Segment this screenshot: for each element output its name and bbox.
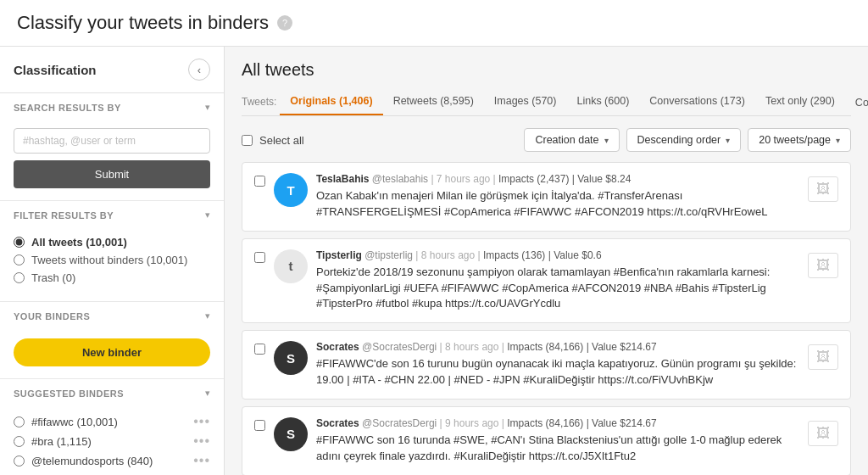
tweet-username: @teslabahis bbox=[372, 173, 428, 185]
tweet-checkbox[interactable] bbox=[254, 176, 265, 187]
suggested-item-menu-icon[interactable]: ••• bbox=[193, 453, 210, 468]
tweet-impacts: Impacts (84,166) bbox=[507, 417, 583, 429]
suggested-item-radio[interactable] bbox=[14, 455, 25, 467]
tweet-avatar: S bbox=[274, 417, 308, 451]
select-all-checkbox[interactable] bbox=[242, 135, 253, 146]
sidebar-collapse-button[interactable]: ‹ bbox=[188, 59, 210, 81]
order-dropdown[interactable]: Descending order ▾ bbox=[626, 128, 742, 152]
tweet-username: @tipsterlig bbox=[364, 249, 413, 261]
suggested-item-radio[interactable] bbox=[14, 416, 25, 428]
suggested-section: SUGGESTED BINDERS ▾ #fifawwc (10,001) ••… bbox=[0, 379, 224, 475]
binders-section-label: YOUR BINDERS bbox=[14, 311, 90, 321]
tweet-avatar: t bbox=[274, 249, 308, 283]
page-title: Classify your tweets in binders bbox=[17, 12, 269, 34]
tweet-impacts: Impacts (136) bbox=[483, 249, 545, 261]
filter-all-tweets: All tweets (10,001) bbox=[14, 236, 210, 249]
tweet-handle: Socrates bbox=[316, 417, 359, 429]
filter-all-tweets-radio[interactable] bbox=[14, 237, 25, 248]
tabs-container: Originals (1,406)Retweets (8,595)Images … bbox=[280, 88, 845, 115]
tweet-body: Socrates @SocratesDergi | 9 hours ago | … bbox=[316, 417, 799, 465]
tweet-value: | Value $214.67 bbox=[587, 341, 657, 353]
search-input[interactable] bbox=[14, 128, 210, 154]
suggested-item-label: #bra (1,115) bbox=[31, 435, 92, 448]
search-section-body: Submit bbox=[0, 121, 224, 200]
filter-trash-radio[interactable] bbox=[14, 272, 25, 283]
suggested-item-left: #bra (1,115) bbox=[14, 435, 92, 448]
search-chevron-icon: ▾ bbox=[205, 102, 210, 113]
tweet-checkbox[interactable] bbox=[254, 252, 265, 263]
help-icon[interactable]: ? bbox=[277, 15, 292, 31]
tweet-meta: Socrates @SocratesDergi | 8 hours ago | … bbox=[316, 341, 799, 353]
tweet-text: Portekiz'de 2018/19 sezonunu şampiyon ol… bbox=[316, 265, 799, 313]
suggested-item: #bra (1,115) ••• bbox=[14, 433, 210, 449]
binders-section-body: New binder bbox=[0, 330, 224, 378]
tweet-card: S Socrates @SocratesDergi | 9 hours ago … bbox=[242, 406, 851, 475]
filter-trash: Trash (0) bbox=[14, 271, 210, 284]
main-content: All tweets Tweets: Originals (1,406)Retw… bbox=[225, 47, 868, 475]
tweet-time: | 8 hours ago | bbox=[415, 249, 483, 261]
tweets-prefix: Tweets: bbox=[242, 96, 276, 108]
tweet-text: #FIFAWWC'de son 16 turunu bugün oynanaca… bbox=[316, 356, 799, 388]
suggested-item-radio[interactable] bbox=[14, 436, 25, 447]
tweet-time: | 8 hours ago | bbox=[440, 341, 508, 353]
tweet-meta: Socrates @SocratesDergi | 9 hours ago | … bbox=[316, 417, 799, 429]
suggested-section-header[interactable]: SUGGESTED BINDERS ▾ bbox=[0, 379, 224, 407]
filter-all-tweets-label: All tweets (10,001) bbox=[31, 236, 127, 249]
tweet-value: | Value $8.24 bbox=[572, 173, 632, 185]
tab-links[interactable]: Links (600) bbox=[566, 88, 639, 115]
tweet-handle: Tipsterlig bbox=[316, 249, 362, 261]
filter-trash-label: Trash (0) bbox=[31, 271, 75, 284]
tweet-value: | Value $214.67 bbox=[587, 417, 657, 429]
suggested-item: @telemundosports (840) ••• bbox=[14, 453, 210, 468]
binders-chevron-icon: ▾ bbox=[205, 310, 210, 321]
tab-images[interactable]: Images (570) bbox=[484, 88, 567, 115]
toolbar-right: Creation date ▾ Descending order ▾ 20 tw… bbox=[524, 128, 851, 152]
tweet-list: T TeslaBahis @teslabahis | 7 hours ago |… bbox=[242, 162, 851, 475]
tabs-row: Tweets: Originals (1,406)Retweets (8,595… bbox=[242, 88, 851, 116]
tweet-handle: Socrates bbox=[316, 341, 359, 353]
tweet-username: @SocratesDergi bbox=[362, 417, 437, 429]
creation-date-dropdown[interactable]: Creation date ▾ bbox=[524, 128, 619, 152]
main-inner: All tweets Tweets: Originals (1,406)Retw… bbox=[225, 47, 868, 475]
new-binder-button[interactable]: New binder bbox=[14, 338, 210, 366]
search-section-header[interactable]: SEARCH RESULTS BY ▾ bbox=[0, 93, 224, 121]
tab-retweets[interactable]: Retweets (8,595) bbox=[383, 88, 484, 115]
tweet-meta: Tipsterlig @tipsterlig | 8 hours ago | I… bbox=[316, 249, 799, 261]
search-section: SEARCH RESULTS BY ▾ Submit bbox=[0, 93, 224, 201]
binders-section-header[interactable]: YOUR BINDERS ▾ bbox=[0, 302, 224, 330]
tweet-checkbox[interactable] bbox=[254, 420, 265, 431]
binders-section: YOUR BINDERS ▾ New binder bbox=[0, 302, 224, 379]
submit-button[interactable]: Submit bbox=[14, 160, 210, 188]
suggested-item-menu-icon[interactable]: ••• bbox=[193, 433, 210, 449]
tab-conversations[interactable]: Conversations (173) bbox=[639, 88, 755, 115]
tweet-impacts: Impacts (84,166) bbox=[507, 341, 583, 353]
tweet-text: #FIFAWWC son 16 turunda #SWE, #CAN'ı Sti… bbox=[316, 433, 799, 465]
filter-section: FILTER RESULTS BY ▾ All tweets (10,001) … bbox=[0, 201, 224, 302]
suggested-item-menu-icon[interactable]: ••• bbox=[193, 414, 210, 429]
filter-without-binders-radio[interactable] bbox=[14, 254, 25, 265]
per-page-dropdown[interactable]: 20 tweets/page ▾ bbox=[748, 128, 851, 152]
suggested-section-label: SUGGESTED BINDERS bbox=[14, 388, 124, 399]
tweet-image-icon: 🖼 bbox=[808, 253, 838, 278]
tweet-card: T TeslaBahis @teslabahis | 7 hours ago |… bbox=[242, 162, 851, 232]
contributors-tab[interactable]: Contributors (8,359) bbox=[845, 90, 868, 117]
tweet-image-icon: 🖼 bbox=[808, 421, 838, 446]
tweet-checkbox[interactable] bbox=[254, 344, 265, 355]
tweet-image-icon: 🖼 bbox=[808, 176, 838, 202]
select-all-label[interactable]: Select all bbox=[259, 134, 304, 147]
tab-originals[interactable]: Originals (1,406) bbox=[280, 88, 382, 115]
creation-date-label: Creation date bbox=[535, 134, 598, 146]
tweet-body: TeslaBahis @teslabahis | 7 hours ago | I… bbox=[316, 173, 799, 221]
tweet-avatar: T bbox=[274, 173, 308, 207]
tab-text[interactable]: Text only (290) bbox=[755, 88, 845, 115]
suggested-item-left: @telemundosports (840) bbox=[14, 455, 153, 467]
main-layout: Classification ‹ SEARCH RESULTS BY ▾ Sub… bbox=[0, 47, 868, 475]
suggested-item-left: #fifawwc (10,001) bbox=[14, 416, 118, 428]
filter-without-binders-label: Tweets without binders (10,001) bbox=[31, 254, 187, 266]
tweet-handle: TeslaBahis bbox=[316, 173, 369, 185]
tweet-impacts: Impacts (2,437) bbox=[498, 173, 569, 185]
filter-section-header[interactable]: FILTER RESULTS BY ▾ bbox=[0, 201, 224, 229]
tweet-text: Ozan Kabak'ın menajeri Milan ile görüşme… bbox=[316, 188, 799, 221]
sidebar: Classification ‹ SEARCH RESULTS BY ▾ Sub… bbox=[0, 47, 225, 475]
tweet-username: @SocratesDergi bbox=[362, 341, 437, 353]
